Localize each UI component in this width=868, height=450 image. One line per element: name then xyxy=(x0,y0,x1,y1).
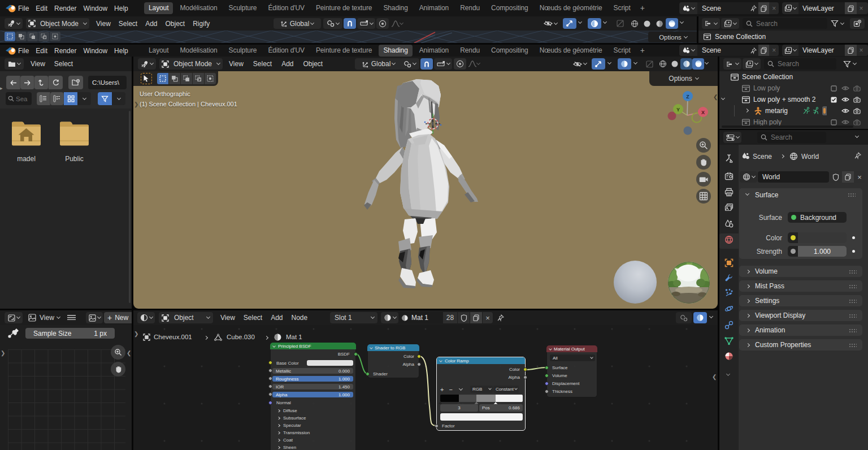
svg-text:Y: Y xyxy=(676,107,680,112)
svg-text:Z: Z xyxy=(686,94,689,99)
svg-text:X: X xyxy=(701,110,705,115)
